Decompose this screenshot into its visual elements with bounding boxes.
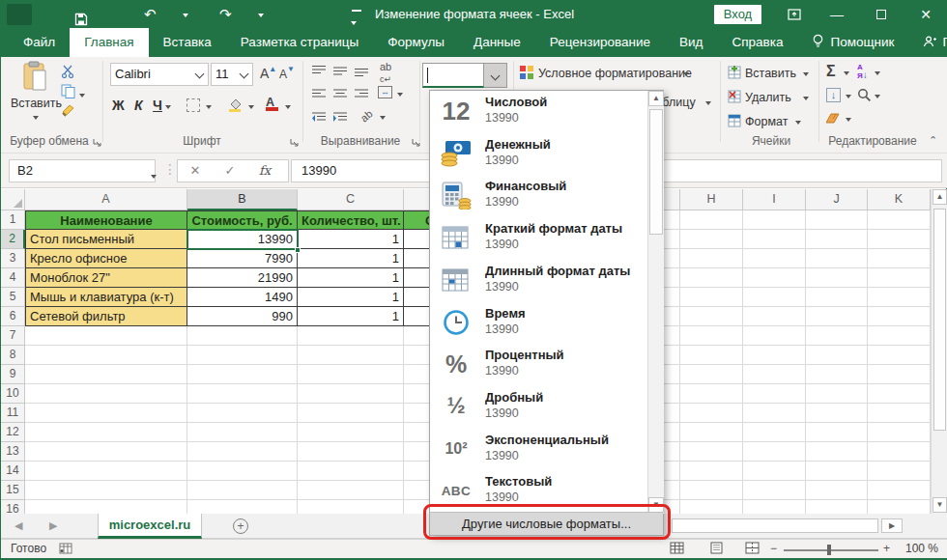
- insert-function-icon[interactable]: fx: [247, 160, 282, 182]
- tab-Разметка страницы[interactable]: Разметка страницы: [226, 28, 373, 57]
- fill-down-caret-icon[interactable]: [846, 95, 851, 98]
- insert-caret-icon[interactable]: [803, 72, 809, 76]
- cell-A7[interactable]: [25, 326, 187, 346]
- cell-C13[interactable]: [298, 442, 404, 462]
- table-cell-r2c1[interactable]: Стол письменный: [25, 230, 187, 249]
- cell-J5[interactable]: [806, 288, 868, 307]
- tab-Главная[interactable]: Главная: [70, 28, 148, 57]
- underline-caret-icon[interactable]: [165, 105, 171, 109]
- format-option-date-short[interactable]: Краткий формат даты13990: [430, 217, 645, 259]
- cell-K8[interactable]: [868, 346, 931, 365]
- merge-caret-icon[interactable]: [397, 93, 403, 97]
- cell-H2[interactable]: [680, 230, 743, 249]
- cell-B13[interactable]: [187, 442, 298, 462]
- cell-A9[interactable]: [25, 365, 187, 384]
- cell-K1[interactable]: [868, 210, 931, 230]
- row-header-4[interactable]: 4: [1, 268, 25, 288]
- cell-H11[interactable]: [680, 404, 743, 423]
- dropdown-scroll-thumb[interactable]: [649, 109, 663, 235]
- cell-C7[interactable]: [298, 326, 404, 346]
- page-layout-view-icon[interactable]: [709, 542, 724, 557]
- cell-C12[interactable]: [298, 423, 404, 442]
- number-format-combobox[interactable]: [422, 63, 484, 88]
- cell-H14[interactable]: [680, 462, 743, 481]
- cancel-entry-icon[interactable]: ✕: [178, 160, 213, 182]
- cell-A13[interactable]: [25, 442, 187, 462]
- cell-K4[interactable]: [868, 268, 931, 288]
- zoom-slider-track[interactable]: [784, 549, 878, 551]
- merge-center-icon[interactable]: ↔: [378, 86, 392, 98]
- cell-A8[interactable]: [25, 346, 187, 365]
- format-painter-icon[interactable]: [61, 103, 75, 121]
- cell-K10[interactable]: [868, 384, 931, 404]
- cell-K15[interactable]: [868, 481, 931, 500]
- conditional-formatting-caret-icon[interactable]: [683, 72, 689, 76]
- align-top-icon[interactable]: [312, 65, 327, 79]
- cell-A12[interactable]: [25, 423, 187, 442]
- number-format-dropdown-button[interactable]: [484, 63, 507, 88]
- row-header-12[interactable]: 12: [1, 423, 25, 442]
- table-cell-r5c1[interactable]: Мышь и клавиатура (к-т): [25, 288, 187, 307]
- table-cell-r3c3[interactable]: 1: [298, 249, 404, 268]
- table-cell-r6c3[interactable]: 1: [298, 307, 404, 326]
- table-cell-r6c1[interactable]: Сетевой фильтр: [25, 307, 187, 326]
- tab-Поделиться[interactable]: Поделиться: [908, 28, 947, 57]
- align-center-icon[interactable]: [333, 88, 348, 102]
- scroll-down-icon[interactable]: ▼: [933, 497, 947, 513]
- cell-I7[interactable]: [743, 326, 806, 346]
- cell-J4[interactable]: [806, 268, 868, 288]
- table-cell-r5c2[interactable]: 1490: [187, 288, 298, 307]
- clear-caret-icon[interactable]: [846, 118, 851, 122]
- cell-I8[interactable]: [743, 346, 806, 365]
- cell-H16[interactable]: [680, 500, 743, 514]
- cell-I10[interactable]: [743, 384, 806, 404]
- conditional-formatting-icon[interactable]: [519, 65, 534, 83]
- cell-I6[interactable]: [743, 307, 806, 326]
- cell-I3[interactable]: [743, 249, 806, 268]
- name-box[interactable]: B2: [9, 159, 156, 182]
- font-dialog-launcher-icon[interactable]: [289, 136, 299, 150]
- cell-I12[interactable]: [743, 423, 806, 442]
- copy-icon[interactable]: [61, 84, 85, 101]
- column-header-K[interactable]: K: [868, 189, 931, 210]
- cell-I9[interactable]: [743, 365, 806, 384]
- cell-I14[interactable]: [743, 462, 806, 481]
- format-option-date-long[interactable]: Длинный формат даты13990: [430, 260, 645, 301]
- column-header-I[interactable]: I: [743, 189, 806, 210]
- prev-sheet-icon[interactable]: ◀: [14, 519, 22, 532]
- row-header-11[interactable]: 11: [1, 404, 25, 423]
- cut-icon[interactable]: [61, 65, 75, 81]
- cell-B11[interactable]: [187, 404, 298, 423]
- ribbon-display-options-icon[interactable]: [780, 1, 809, 28]
- maximize-button[interactable]: [867, 1, 896, 28]
- underline-button[interactable]: Ч: [153, 98, 162, 113]
- cell-B16[interactable]: [187, 500, 298, 514]
- tab-Справка[interactable]: Справка: [717, 28, 797, 57]
- align-left-icon[interactable]: [312, 88, 327, 102]
- zoom-slider-thumb[interactable]: [827, 545, 831, 555]
- font-size-combobox[interactable]: 11: [211, 63, 253, 86]
- select-all-corner[interactable]: [1, 189, 25, 210]
- zoom-level-label[interactable]: 100 %: [905, 542, 938, 555]
- column-header-A[interactable]: A: [25, 189, 187, 210]
- cell-K2[interactable]: [868, 230, 931, 249]
- cell-B8[interactable]: [187, 346, 298, 365]
- dropdown-scrollbar[interactable]: ▲ ▼: [647, 91, 664, 514]
- cell-A16[interactable]: [25, 500, 187, 514]
- format-option-scientific[interactable]: 10²Экспоненциальный13990: [430, 429, 645, 470]
- find-select-caret-icon[interactable]: [875, 95, 880, 98]
- delete-cells-button[interactable]: Удалить: [745, 91, 791, 104]
- cell-C10[interactable]: [298, 384, 404, 404]
- format-caret-icon[interactable]: [795, 121, 801, 125]
- decrease-indent-icon[interactable]: [312, 111, 327, 126]
- confirm-entry-icon[interactable]: ✓: [213, 160, 247, 182]
- row-header-1[interactable]: 1: [1, 210, 25, 230]
- tab-Формулы[interactable]: Формулы: [373, 28, 459, 57]
- autosum-caret-icon[interactable]: [844, 71, 849, 75]
- cell-I13[interactable]: [743, 442, 806, 462]
- find-select-icon[interactable]: [857, 88, 872, 105]
- sign-in-button[interactable]: Вход: [714, 5, 761, 24]
- scroll-right-icon[interactable]: ▶: [881, 518, 903, 533]
- table-header-b[interactable]: Стоимость, руб.: [187, 210, 298, 230]
- tab-Вид[interactable]: Вид: [665, 28, 717, 57]
